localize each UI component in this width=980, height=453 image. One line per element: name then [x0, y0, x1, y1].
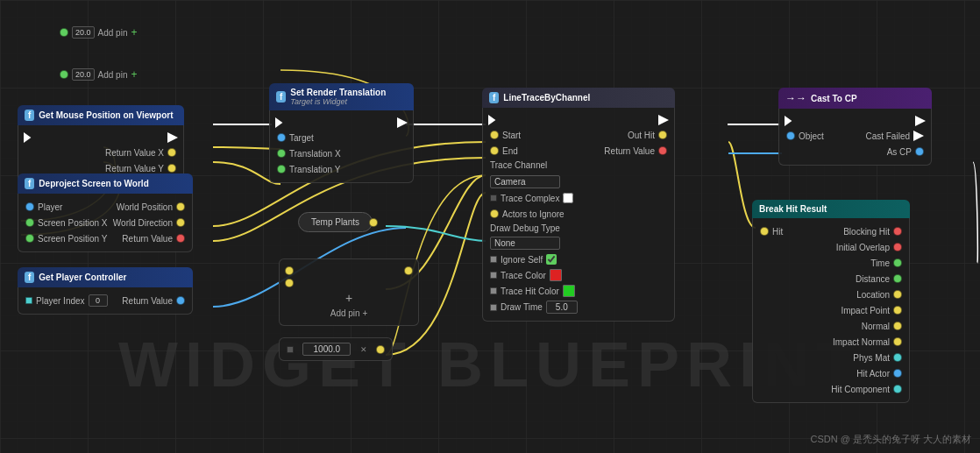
select-draw-debug[interactable]: None For One Frame: [490, 237, 560, 250]
pin-trace-hit-color[interactable]: [490, 287, 497, 294]
addpin-plus1[interactable]: +: [131, 26, 137, 39]
pin-world-pos[interactable]: [176, 202, 185, 211]
check-trace-complex[interactable]: [563, 193, 573, 203]
node-title-linetrace: LineTraceByChannel: [503, 93, 590, 103]
pin-return-y[interactable]: [167, 164, 176, 173]
pin-player[interactable]: [25, 202, 34, 211]
pin-end[interactable]: [490, 146, 499, 155]
pin-impact-point[interactable]: [893, 306, 902, 315]
pin-1000-in[interactable]: [287, 346, 294, 353]
pin-trans-x[interactable]: [277, 149, 286, 158]
node-add-pin[interactable]: + Add pin +: [279, 258, 419, 326]
node-1000[interactable]: ✕: [279, 337, 393, 361]
pin-number2[interactable]: [60, 70, 68, 79]
pin-return-linetrace[interactable]: [658, 146, 667, 155]
pin-add-out1[interactable]: [404, 266, 413, 275]
pin-start[interactable]: [490, 131, 499, 139]
exec-out-pin[interactable]: [167, 132, 178, 143]
swatch-trace-hit-color[interactable]: [563, 285, 575, 297]
label-impact-point: Impact Point: [841, 306, 890, 315]
exec-in-linetrace[interactable]: [488, 115, 499, 125]
input-player-idx[interactable]: [89, 294, 108, 307]
pin-target[interactable]: [277, 133, 286, 142]
node-line-trace[interactable]: f LineTraceByChannel Start Out Hit End R…: [482, 88, 675, 322]
pin-normal[interactable]: [893, 322, 902, 330]
pin-screen-y[interactable]: [25, 234, 34, 243]
row-trans-x: Translation X: [270, 145, 413, 161]
label-distance: Distance: [856, 274, 890, 284]
node-body-deproject: Player World Position Screen Position X …: [18, 194, 193, 252]
pin-out-hit[interactable]: [658, 131, 667, 139]
label-player-idx: Player Index: [36, 296, 85, 306]
pin-return-deproject[interactable]: [176, 234, 185, 243]
node-title-render: Set Render Translation: [290, 88, 386, 97]
value-number2[interactable]: 20.0: [72, 68, 95, 81]
func-icon-deproject: f: [25, 178, 34, 189]
pin-player-idx[interactable]: [25, 297, 32, 304]
exec-row-render: [270, 116, 413, 130]
pin-as-cp[interactable]: [915, 147, 924, 156]
label-actors-ignore: Actors to Ignore: [502, 209, 565, 219]
exec-out-render[interactable]: [397, 117, 408, 128]
pin-trans-y[interactable]: [277, 165, 286, 173]
value-number1[interactable]: 20.0: [72, 26, 95, 39]
exec-in-cast[interactable]: [785, 116, 795, 126]
label-return-y: Return Value Y: [105, 164, 164, 173]
pin-object[interactable]: [786, 131, 795, 140]
node-get-player-controller[interactable]: f Get Player Controller Player Index Ret…: [18, 267, 193, 315]
swatch-trace-color[interactable]: [550, 269, 562, 281]
node-title-player: Get Player Controller: [39, 273, 126, 282]
node-deproject-screen[interactable]: f Deproject Screen to World Player World…: [18, 173, 193, 252]
addpin-plus2[interactable]: +: [131, 68, 137, 81]
pin-hit-in[interactable]: [760, 227, 769, 236]
label-end: End: [502, 146, 518, 156]
pin-blocking-hit[interactable]: [893, 227, 902, 236]
pin-return-x[interactable]: [167, 148, 176, 157]
pin-1000-out[interactable]: [376, 345, 385, 354]
pin-temp-plants-out[interactable]: [369, 218, 378, 227]
pin-hit-actor[interactable]: [893, 369, 902, 378]
pin-actors-ignore[interactable]: [490, 209, 499, 218]
pin-return-ctrl[interactable]: [176, 296, 185, 305]
row-end: End Return Value: [483, 143, 674, 159]
pin-trace-complex[interactable]: [490, 195, 497, 202]
pin-draw-time[interactable]: [490, 304, 497, 311]
pin-cast-failed[interactable]: [913, 131, 924, 141]
exec-in-pin[interactable]: [24, 132, 34, 143]
pin-trace-color[interactable]: [490, 272, 497, 279]
pin-add-in1[interactable]: [285, 266, 294, 275]
func-icon: f: [25, 110, 34, 121]
pin-phys-mat[interactable]: [893, 353, 902, 362]
label-out-hit: Out Hit: [628, 131, 655, 140]
pin-initial-overlap[interactable]: [893, 243, 902, 251]
number-node-2: 20.0 Add pin +: [60, 68, 137, 81]
node-cast-to-cp[interactable]: →→ Cast To CP Object Cast Failed As CP: [778, 88, 932, 166]
select-trace-channel[interactable]: Camera Visibility: [490, 175, 560, 188]
pin-hit-component[interactable]: [893, 385, 902, 393]
pin-world-dir[interactable]: [176, 218, 185, 227]
temp-plants-node[interactable]: Temp Plants: [298, 212, 373, 232]
pin-impact-normal[interactable]: [893, 337, 902, 346]
temp-plants-button[interactable]: Temp Plants: [298, 212, 373, 232]
pin-screen-x[interactable]: [25, 218, 34, 227]
label-start: Start: [502, 131, 521, 140]
label-impact-normal: Impact Normal: [833, 337, 890, 347]
x-icon-1000[interactable]: ✕: [360, 345, 367, 354]
exec-out-cast[interactable]: [915, 116, 926, 126]
node-set-render-translation[interactable]: f Set Render Translation Target is Widge…: [269, 83, 414, 183]
pin-ignore-self[interactable]: [490, 256, 497, 263]
pin-location[interactable]: [893, 290, 902, 299]
label-screen-x: Screen Position X: [38, 218, 108, 228]
node-break-hit-result[interactable]: Break Hit Result Hit Blocking Hit Initia…: [752, 200, 910, 403]
exec-out-linetrace[interactable]: [658, 115, 669, 125]
check-ignore-self[interactable]: [546, 254, 557, 265]
node-get-mouse-position[interactable]: f Get Mouse Position on Viewport Return …: [18, 105, 184, 182]
pin-distance[interactable]: [893, 274, 902, 283]
pin-add-in2[interactable]: [285, 279, 294, 287]
pin-time[interactable]: [893, 258, 902, 267]
pin-number1[interactable]: [60, 28, 68, 37]
input-draw-time[interactable]: [546, 301, 578, 314]
node-header-player-ctrl: f Get Player Controller: [18, 267, 193, 287]
input-1000[interactable]: [302, 343, 351, 356]
exec-in-render[interactable]: [275, 117, 286, 128]
